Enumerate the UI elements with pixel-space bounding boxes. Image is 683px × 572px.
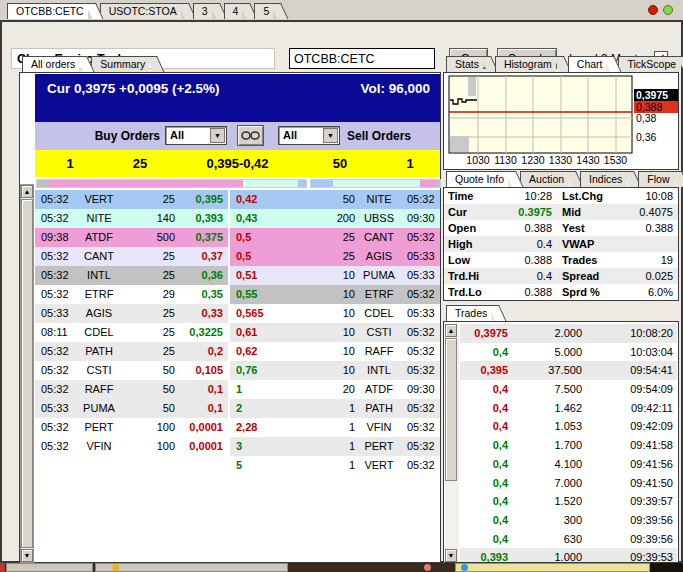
ask-time: 09:30: [403, 209, 440, 228]
ask-row-vert[interactable]: 51VERT05:32: [230, 456, 440, 475]
tab-usotc-stoa[interactable]: USOTC:STOA: [100, 3, 181, 19]
buy-filter-dropdown[interactable]: All ▼: [165, 126, 227, 145]
quote-value: 0.4075: [614, 204, 678, 220]
bid-row-raff[interactable]: 05:32RAFF500,1: [35, 380, 228, 399]
bid-row-pert[interactable]: 05:32PERT1000,0001: [35, 418, 228, 437]
ask-row-csti[interactable]: 0,6110CSTI05:32: [230, 323, 440, 342]
ask-row-ubss[interactable]: 0,43200UBSS09:30: [230, 209, 440, 228]
pressure-gauge-row: [35, 177, 440, 190]
tab-histogram[interactable]: Histogram: [495, 56, 556, 72]
bid-market-maker: CANT: [75, 247, 123, 266]
trades-scrollbar-thumb[interactable]: [445, 338, 457, 481]
bid-row-intl[interactable]: 05:32INTL250,36: [35, 266, 228, 285]
bid-row-vfin[interactable]: 05:32VFIN1000,0001: [35, 437, 228, 456]
tab-tickscope[interactable]: TickScope: [618, 56, 680, 72]
tab-auction[interactable]: Auction: [520, 171, 568, 187]
bid-row-csti[interactable]: 05:32CSTI500,105: [35, 361, 228, 380]
trade-row[interactable]: 0,39537.50009:54:41: [460, 361, 677, 380]
ask-row-intl[interactable]: 0,7610INTL05:32: [230, 361, 440, 380]
quote-value: 0.3975: [496, 204, 552, 220]
trade-row[interactable]: 0,3931.00009:39:53: [460, 548, 677, 563]
trade-row[interactable]: 0,44.10009:41:56: [460, 455, 677, 474]
orderbook-scrollbar[interactable]: ▲ ▼: [20, 184, 34, 563]
ask-row-raff[interactable]: 0,6210RAFF05:32: [230, 342, 440, 361]
tab-5[interactable]: 5: [254, 3, 273, 19]
scroll-down-icon[interactable]: ▼: [445, 549, 457, 562]
trade-row[interactable]: 0,47.50009:54:09: [460, 380, 677, 399]
quote-label: Trd.Hi: [444, 268, 496, 284]
bid-row-vert[interactable]: 05:32VERT250,395: [35, 190, 228, 209]
trade-row[interactable]: 0,39752.00010:08:20: [460, 324, 677, 343]
red-status-icon: [648, 5, 658, 15]
tab-4[interactable]: 4: [224, 3, 243, 19]
ask-row-pert[interactable]: 31PERT05:32: [230, 437, 440, 456]
tab-3[interactable]: 3: [193, 3, 212, 19]
taskbar-button[interactable]: [0, 563, 5, 572]
tab-label: Chart: [577, 58, 603, 70]
ask-time: 05:32: [403, 190, 440, 209]
trade-row[interactable]: 0,41.46209:42:11: [460, 399, 677, 418]
trade-time: 09:42:09: [582, 417, 677, 436]
tab-all-orders[interactable]: All orders: [22, 56, 79, 72]
quote-label: Trd.Lo: [444, 284, 496, 300]
scroll-up-icon[interactable]: ▲: [21, 185, 33, 198]
trade-row[interactable]: 0,45.00010:03:04: [460, 343, 677, 362]
bid-row-cdel[interactable]: 08:11CDEL250,3225: [35, 323, 228, 342]
bid-row-etrf[interactable]: 05:32ETRF290,35: [35, 285, 228, 304]
tab-stats[interactable]: Stats: [446, 56, 483, 72]
tab-otcbb-cetc[interactable]: OTCBB:CETC: [7, 3, 88, 19]
chevron-down-icon[interactable]: ▼: [323, 128, 338, 143]
ask-row-path[interactable]: 21PATH05:32: [230, 399, 440, 418]
bid-row-cant[interactable]: 05:32CANT250,37: [35, 247, 228, 266]
tab-quote-info[interactable]: Quote Info: [446, 171, 508, 187]
link-filters-button[interactable]: [237, 125, 264, 146]
bid-row-atdf[interactable]: 09:38ATDF5000,375: [35, 228, 228, 247]
ask-market-maker: INTL: [355, 361, 403, 380]
chevron-down-icon[interactable]: ▼: [210, 128, 225, 143]
ask-row-atdf[interactable]: 120ATDF09:30: [230, 380, 440, 399]
ask-row-vfin[interactable]: 2,281VFIN05:32: [230, 418, 440, 437]
taskbar-button[interactable]: [455, 563, 650, 572]
trade-row[interactable]: 0,463009:39:56: [460, 530, 677, 549]
bid-market-maker: VERT: [75, 190, 123, 209]
taskbar-button[interactable]: [6, 563, 93, 572]
quote-label: Open: [444, 220, 496, 236]
ask-market-maker: ATDF: [355, 380, 403, 399]
ask-row-agis[interactable]: 0,525AGIS05:33: [230, 247, 440, 266]
taskbar-button[interactable]: [95, 563, 288, 572]
trade-row[interactable]: 0,430009:39:56: [460, 511, 677, 530]
trades-scrollbar[interactable]: ▲ ▼: [445, 324, 459, 562]
ask-row-etrf[interactable]: 0,5510ETRF05:32: [230, 285, 440, 304]
tab-summary[interactable]: Summary: [91, 56, 149, 72]
ask-row-cant[interactable]: 0,525CANT05:32: [230, 228, 440, 247]
ask-row-puma[interactable]: 0,5110PUMA05:33: [230, 266, 440, 285]
bid-row-path[interactable]: 05:32PATH250,2: [35, 342, 228, 361]
trade-row[interactable]: 0,47.00009:41:50: [460, 474, 677, 493]
symbol-input[interactable]: [289, 48, 435, 69]
orderbook-scrollbar-thumb[interactable]: [21, 199, 33, 548]
trade-row[interactable]: 0,41.05309:42:09: [460, 417, 677, 436]
ask-price: 0,76: [230, 361, 285, 380]
scroll-down-icon[interactable]: ▼: [21, 549, 33, 562]
bid-row-agis[interactable]: 05:33AGIS250,33: [35, 304, 228, 323]
ask-size: 1: [285, 456, 355, 475]
bid-price: 0,37: [175, 247, 228, 266]
ask-row-nite[interactable]: 0,4250NITE05:32: [230, 190, 440, 209]
bid-row-nite[interactable]: 05:32NITE1400,393: [35, 209, 228, 228]
tab-flow[interactable]: Flow: [638, 171, 673, 187]
scroll-up-icon[interactable]: ▲: [445, 324, 457, 337]
ask-market-maker: NITE: [355, 190, 403, 209]
bid-row-puma[interactable]: 05:33PUMA500,1: [35, 399, 228, 418]
trade-row[interactable]: 0,41.52009:39:57: [460, 492, 677, 511]
bid-size: 50: [123, 361, 175, 380]
ask-time: 05:32: [403, 228, 440, 247]
ask-price: 2: [230, 399, 285, 418]
tab-chart[interactable]: Chart: [568, 56, 607, 72]
tab-trades[interactable]: Trades: [446, 305, 491, 321]
y-axis-label: 0,36: [634, 131, 678, 143]
bid-time: 05:32: [35, 266, 75, 285]
ask-row-cdel[interactable]: 0,56510CDEL05:33: [230, 304, 440, 323]
trade-row[interactable]: 0,41.70009:41:58: [460, 436, 677, 455]
sell-filter-dropdown[interactable]: All ▼: [278, 126, 340, 145]
tab-indices[interactable]: Indices: [580, 171, 626, 187]
